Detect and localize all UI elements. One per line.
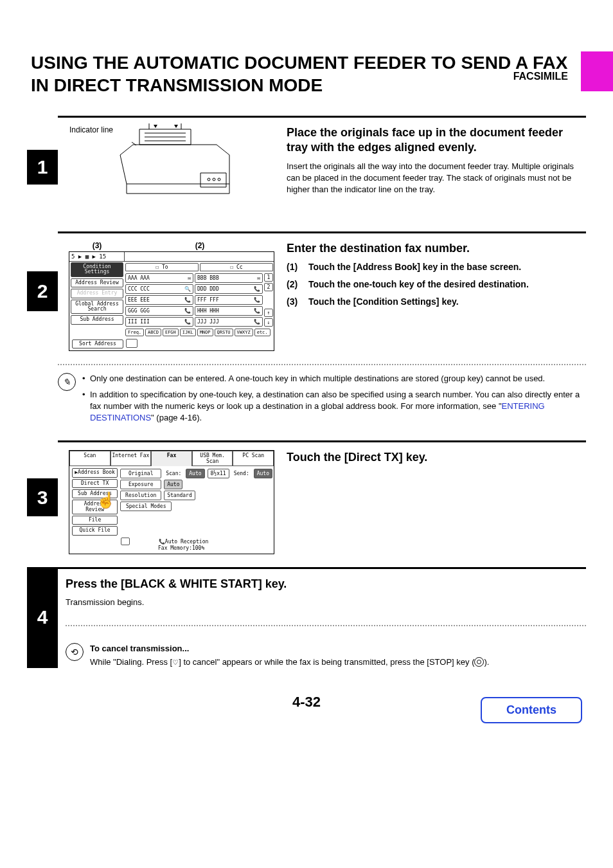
contents-button[interactable]: Contents <box>481 697 582 723</box>
address-review-button[interactable]: Address Review <box>71 278 123 287</box>
svg-point-0 <box>208 178 210 181</box>
resolution-button[interactable]: Resolution <box>120 491 161 500</box>
note-bullet: Only one destination can be entered. A o… <box>82 373 586 384</box>
hand-cursor-icon: ☝ <box>96 491 116 509</box>
cancel-note: ⟲ To cancel transmission... While "Diali… <box>66 643 586 667</box>
to-tab[interactable]: ☐ To <box>125 263 199 271</box>
callout-3: (3) <box>69 241 125 250</box>
svg-point-2 <box>218 178 220 181</box>
quick-file-button[interactable]: Quick File <box>72 526 118 535</box>
printer-icon <box>94 123 249 206</box>
cancel-heading: To cancel transmission... <box>90 643 586 655</box>
return-arrow-icon: ⟲ <box>66 643 84 661</box>
cc-tab[interactable]: ☐ Cc <box>200 263 273 271</box>
substep-3: (3)Touch the [Condition Settings] key. <box>287 296 586 308</box>
index-tab[interactable]: EFGH <box>163 329 179 336</box>
step-num-spacer <box>27 116 58 150</box>
step-num-spacer <box>27 311 58 351</box>
step-1-number: 1 <box>27 150 58 184</box>
fax-memory-label: Fax Memory:100% <box>158 545 204 551</box>
step-num-spacer <box>27 231 58 271</box>
one-touch-key[interactable]: CCC CCC🔍 <box>125 284 193 294</box>
step-2: 2 (3) (2) 5 ▶ ▦ ▶ 15 Condition Settings … <box>27 231 586 351</box>
path-cell: 5 ▶ ▦ ▶ 15 <box>69 252 125 261</box>
index-tab[interactable]: QRSTU <box>215 329 233 336</box>
address-entry-button[interactable]: Address Entry <box>71 289 123 298</box>
index-tab[interactable]: Freq. <box>125 329 144 336</box>
callout-2: (2) <box>125 241 274 250</box>
index-tab[interactable]: MNOP <box>197 329 213 336</box>
file-button[interactable]: File <box>72 516 118 525</box>
direct-tx-button[interactable]: Direct TX <box>72 479 118 488</box>
pencil-note-icon: ✎ <box>58 373 76 391</box>
one-touch-key[interactable]: III III📞 <box>125 317 193 327</box>
exposure-button[interactable]: Exposure <box>120 480 161 489</box>
step-1: 1 Indicator line <box>27 116 586 219</box>
step-2-note: ✎ Only one destination can be entered. A… <box>58 373 586 428</box>
step-num-spacer <box>27 440 58 478</box>
step-3-heading: Touch the [Direct TX] key. <box>287 450 586 465</box>
substep-1: (1)Touch the [Address Book] key in the b… <box>287 261 586 273</box>
step-1-heading: Place the originals face up in the docum… <box>287 125 586 156</box>
section-label: FACSIMILE <box>513 71 568 82</box>
one-touch-key[interactable]: FFF FFF📞 <box>195 295 263 305</box>
mode-tab-scan[interactable]: Scan <box>69 451 111 466</box>
page-title: USING THE AUTOMATIC DOCUMENT FEEDER TO S… <box>31 51 582 96</box>
step-2-number: 2 <box>27 271 58 311</box>
divider <box>66 625 586 626</box>
mode-tab-fax[interactable]: Fax <box>151 451 192 466</box>
scroll-down-button[interactable]: ↓ <box>264 318 273 327</box>
step-num-spacer <box>27 185 58 219</box>
original-button[interactable]: Original <box>120 469 161 478</box>
step-3: 3 Scan Internet Fax Fax USB Mem. Scan PC… <box>27 440 586 554</box>
preview-icon[interactable] <box>126 339 138 348</box>
scroll-up-button[interactable]: ↑ <box>264 309 273 317</box>
sort-address-button[interactable]: Sort Address <box>72 339 123 348</box>
index-tab[interactable]: VWXYZ <box>235 329 253 336</box>
stop-key-icon <box>474 657 484 667</box>
step-4-number: 4 <box>27 567 58 668</box>
special-modes-button[interactable]: Special Modes <box>120 502 172 511</box>
global-address-search-button[interactable]: Global Address Search <box>71 300 123 314</box>
mode-tab-usb[interactable]: USB Mem. Scan <box>192 451 233 466</box>
one-touch-key[interactable]: EEE EEE📞 <box>125 295 193 305</box>
svg-point-1 <box>213 178 215 181</box>
step-3-number: 3 <box>27 478 58 516</box>
mode-tab-pc[interactable]: PC Scan <box>233 451 274 466</box>
step-2-illustration: (3) (2) 5 ▶ ▦ ▶ 15 Condition Settings Ad… <box>66 241 278 351</box>
step-2-heading: Enter the destination fax number. <box>287 241 586 256</box>
step-1-body: Insert the originals all the way into th… <box>287 161 586 196</box>
one-touch-key[interactable]: JJJ JJJ📞 <box>195 317 263 327</box>
auto-reception-label: Auto Reception <box>165 538 208 544</box>
one-touch-key[interactable]: BBB BBB✉ <box>195 273 263 283</box>
sub-address-button[interactable]: Sub Address <box>71 315 123 324</box>
index-tab[interactable]: IJKL <box>180 329 196 336</box>
step-3-illustration: Scan Internet Fax Fax USB Mem. Scan PC S… <box>66 450 278 554</box>
address-book-screen: 5 ▶ ▦ ▶ 15 Condition Settings Address Re… <box>69 251 274 351</box>
one-touch-key[interactable]: DDD DDD📞 <box>195 284 263 294</box>
step-num-spacer <box>27 516 58 554</box>
mode-tab-ifax[interactable]: Internet Fax <box>111 451 152 466</box>
index-tab[interactable]: ABCD <box>145 329 161 336</box>
preview-icon-2[interactable] <box>121 538 130 545</box>
note-bullet: In addition to specification by one-touc… <box>82 389 586 424</box>
step-4-body: Transmission begins. <box>66 597 586 608</box>
page-indicator: 2 <box>264 283 273 291</box>
section-tab <box>581 51 613 91</box>
cancel-body: While "Dialing. Press [♡] to cancel" app… <box>90 656 586 668</box>
one-touch-key[interactable]: GGG GGG📞 <box>125 306 193 316</box>
stop-glyph-icon: ♡ <box>172 658 179 666</box>
condition-settings-button[interactable]: Condition Settings <box>71 262 123 277</box>
index-tab[interactable]: etc. <box>254 329 271 336</box>
address-book-button[interactable]: ▶Address Book <box>72 468 118 477</box>
indicator-line-label: Indicator line <box>66 125 278 134</box>
step-4-heading: Press the [BLACK & WHITE START] key. <box>66 577 586 592</box>
substep-2: (2)Touch the one-touch key of the desire… <box>287 278 586 291</box>
step-4: 4 Press the [BLACK & WHITE START] key. T… <box>27 567 586 668</box>
one-touch-key[interactable]: HHH HHH📞 <box>195 306 263 316</box>
divider <box>58 364 586 365</box>
page-indicator: 1 <box>264 273 273 282</box>
one-touch-key[interactable]: AAA AAA✉ <box>125 273 193 283</box>
step-1-illustration: Indicator line <box>66 125 278 219</box>
